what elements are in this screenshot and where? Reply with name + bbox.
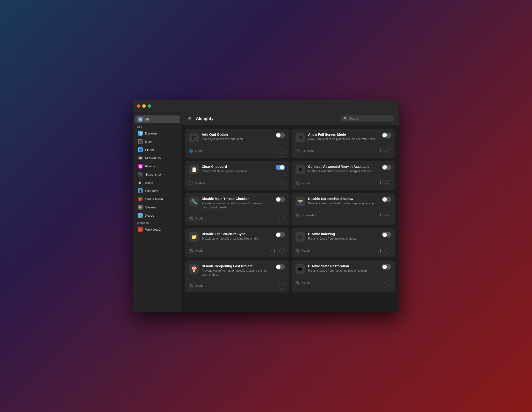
more-options-button[interactable]: ··· [385, 180, 391, 186]
card-icon-main-thread: 🔧 [189, 197, 199, 206]
sidebar-item-statusmenu[interactable]: 🍎 Status Menu [134, 195, 180, 203]
card-top: 📋 Clear Clipboard Clear contents on syst… [189, 165, 285, 174]
card-top: ⚙ Connect Viewmodel View In Assistant En… [295, 165, 391, 174]
footer-app-icon: 🔵 [189, 149, 193, 153]
card-clear-clipboard: 📋 Clear Clipboard Clear contents on syst… [185, 161, 289, 190]
sidebar-item-simulator[interactable]: 📱 Simulator [134, 187, 180, 195]
close-button[interactable] [137, 104, 140, 108]
script-icon: ▶ [138, 180, 143, 185]
more-options-button[interactable]: ··· [279, 216, 285, 221]
footer-app-icon: 🔨 [295, 249, 300, 253]
card-connect-viewmodel: ⚙ Connect Viewmodel View In Assistant En… [292, 161, 395, 190]
more-options-button[interactable]: ··· [279, 148, 285, 154]
photos-icon: 🌸 [138, 164, 143, 169]
sidebar-item-dock[interactable]: ⬛ Dock [134, 138, 180, 145]
toggle-indexing[interactable] [382, 232, 391, 237]
app-section-label: App [133, 123, 181, 129]
card-title: Allow Full Screen Mode [308, 132, 379, 136]
card-disable-main-thread: 🔧 Disable Main Thread Checker Prevent Xc… [185, 193, 289, 225]
card-footer: 📱 Simulator ℹ ··· [295, 146, 391, 154]
info-button[interactable]: ℹ [271, 248, 277, 253]
card-disable-indexing: 🗂 Disable Indexing Prevent Xcode from in… [292, 228, 395, 257]
card-disable-screenshot-shadow: 📸 Disable Screenshot Shadow Disable scre… [292, 193, 395, 225]
sidebar-item-label-photos: Photos [145, 164, 155, 168]
sidebar-toggle-button[interactable]: ⊞ [186, 116, 193, 121]
sidebar-item-screenshot[interactable]: 📷 Screenshot [134, 170, 180, 178]
card-title: Add Quit Option [202, 132, 273, 136]
card-icon-clear-clipboard: 📋 [189, 165, 199, 174]
more-options-button[interactable]: ··· [279, 283, 285, 289]
card-icon-viewmodel: ⚙ [295, 165, 305, 174]
toggle-reopening[interactable] [276, 264, 285, 270]
card-icon-file-structure: 📁 [189, 232, 199, 242]
card-title: Disable File Structure Sync [202, 232, 273, 236]
toggle-main-thread[interactable] [276, 197, 285, 202]
app-window: 🏠 All App 🖥 Desktop ⬛ Dock 🔵 Finder ⊞ Mi… [133, 100, 399, 312]
more-options-button[interactable]: ··· [385, 280, 391, 286]
more-options-button[interactable]: ··· [385, 248, 391, 253]
footer-app-name: Xcode [302, 249, 310, 252]
toggle-viewmodel[interactable] [382, 165, 391, 170]
card-icon-screenshot-shadow: 📸 [295, 197, 305, 206]
card-disable-reopening: 🍄 Disable Reopening Last Project Prevent… [185, 260, 289, 293]
card-text: Disable State Restoration Prevent Xcode … [308, 264, 379, 273]
toggle-state-restoration[interactable] [382, 264, 391, 270]
toggle-file-structure[interactable] [276, 232, 285, 237]
info-button[interactable]: ℹ [378, 180, 383, 186]
sidebar-item-desktop[interactable]: 🖥 Desktop [134, 130, 180, 137]
card-title: Disable Screenshot Shadow [308, 197, 379, 201]
card-footer: 🔨 Xcode ℹ ··· [189, 245, 285, 253]
sidebar-item-script[interactable]: ▶ Script [134, 179, 180, 187]
card-footer: 🔨 Xcode ··· [189, 213, 285, 221]
titlebar [133, 100, 399, 112]
footer-app: 🔨 Xcode [189, 283, 203, 288]
more-options-button[interactable]: ··· [385, 148, 391, 154]
card-text: Connect Viewmodel View In Assistant Enab… [308, 165, 379, 173]
sidebar-item-all[interactable]: 🏠 All [134, 115, 180, 123]
toggle-add-quit[interactable] [276, 132, 285, 138]
search-input[interactable] [349, 117, 391, 120]
info-button[interactable]: ℹ [378, 148, 383, 154]
sidebar-item-label-simulator: Simulator [145, 189, 159, 193]
sidebar-item-finder[interactable]: 🔵 Finder [134, 146, 180, 154]
statusmenu-icon: 🍎 [138, 197, 143, 201]
footer-actions: ℹ ··· [378, 213, 391, 218]
toggle-full-screen[interactable] [382, 132, 391, 138]
more-options-button[interactable]: ··· [279, 248, 285, 253]
sidebar: 🏠 All App 🖥 Desktop ⬛ Dock 🔵 Finder ⊞ Mi… [133, 112, 181, 312]
sidebar-item-workflow1[interactable]: 🍎 Workflow 1 [134, 225, 180, 233]
card-desc: Prevent Xcode from indexing projects [308, 237, 379, 241]
card-title: Connect Viewmodel View In Assistant [308, 165, 379, 169]
footer-app: 📷 Screenshot [295, 213, 316, 218]
content-header: ⊞ Almighty 🔍 [181, 112, 399, 125]
toggle-screenshot-shadow[interactable] [382, 197, 391, 202]
card-footer: ⚙ System ··· [189, 178, 285, 186]
card-top: 🕊 Add Quit Option Add a Quit option to F… [189, 132, 285, 142]
footer-actions: ··· [385, 280, 391, 286]
more-options-button[interactable]: ··· [279, 180, 285, 186]
sidebar-item-photos[interactable]: 🌸 Photos [134, 162, 180, 170]
maximize-button[interactable] [148, 104, 151, 108]
footer-app: 🔵 Finder [189, 149, 203, 153]
footer-app-name: Xcode [195, 217, 203, 220]
toggle-clear-clipboard[interactable] [276, 165, 285, 170]
all-icon: 🏠 [138, 117, 143, 122]
sidebar-item-xcode[interactable]: 🔨 Xcode [134, 212, 180, 219]
more-options-button[interactable]: ··· [385, 213, 391, 218]
sidebar-item-label-xcode: Xcode [145, 214, 154, 217]
sidebar-item-label-script: Script [145, 181, 153, 185]
footer-actions: ℹ ··· [271, 248, 285, 253]
sidebar-item-system[interactable]: ⚙ System [134, 203, 180, 211]
system-icon: ⚙ [138, 205, 143, 210]
footer-app-icon: 🔨 [189, 216, 193, 221]
sidebar-item-mission[interactable]: ⊞ Mission Co… [134, 154, 180, 162]
card-title: Clear Clipboard [202, 165, 273, 169]
card-desc: Prevent Xcode from reopening files on la… [308, 269, 379, 273]
card-desc: Allow Simulator to be placed side by sid… [308, 137, 379, 141]
footer-app-name: Simulator [302, 150, 314, 153]
card-text: Add Quit Option Add a Quit option to Fin… [202, 132, 273, 141]
info-button[interactable]: ℹ [378, 248, 383, 253]
minimize-button[interactable] [142, 104, 146, 108]
card-text: Disable Indexing Prevent Xcode from inde… [308, 232, 379, 241]
info-button[interactable]: ℹ [378, 213, 383, 218]
